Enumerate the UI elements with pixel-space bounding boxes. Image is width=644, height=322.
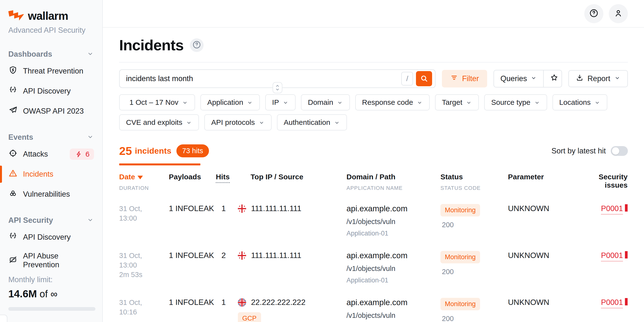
report-button[interactable]: Report xyxy=(568,70,628,87)
column-label: Payloads xyxy=(169,173,201,181)
chip-label: Application xyxy=(207,98,243,107)
security-issue-link[interactable]: P0001 xyxy=(601,298,623,308)
sidebar-item-api-abuse-prevention[interactable]: API Abuse Prevention xyxy=(0,247,102,274)
column-sublabel: STATUS CODE xyxy=(440,185,508,191)
incident-count: 25 xyxy=(119,144,132,158)
brand-subtitle: Advanced API Security xyxy=(8,26,94,35)
sidebar-item-label: API Abuse Prevention xyxy=(23,252,94,269)
nav-section-title: Events xyxy=(8,133,33,142)
filter-chip-cve-and-exploits[interactable]: CVE and exploits xyxy=(119,114,199,131)
nav-section: API Security API DiscoveryAPI Abuse Prev… xyxy=(0,216,102,275)
brand-name: wallarm xyxy=(28,9,68,22)
page-help-button[interactable] xyxy=(190,38,204,52)
sidebar-item-threat-prevention[interactable]: Threat Prevention xyxy=(0,61,102,81)
table-row[interactable]: 31 Oct,13:002m 53s 1 INFOLEAK 2 111.111.… xyxy=(119,245,628,292)
cell-top-ip-source: 22.222.222.222 GCP xyxy=(238,298,346,322)
cell-payloads: 1 INFOLEAK xyxy=(169,251,216,284)
security-issue-link[interactable]: P0001 xyxy=(601,251,623,261)
chevron-down-icon xyxy=(186,119,192,126)
sidebar-item-label: Vulnerabilities xyxy=(23,190,70,199)
chip-label: 1 Oct – 17 Nov xyxy=(130,98,178,107)
status-code: 200 xyxy=(440,221,508,229)
nav-section-header-api-security[interactable]: API Security xyxy=(0,216,102,225)
filter-chip-source-type[interactable]: Source type xyxy=(484,94,547,110)
table-row[interactable]: 31 Oct,10:16 1 INFOLEAK 1 22.222.222.222… xyxy=(119,292,628,322)
cell-hits: 1 xyxy=(216,204,238,237)
sidebar-nav: Dashboards Threat PreventionAPI Discover… xyxy=(0,50,102,275)
column-sublabel: DURATION xyxy=(119,185,169,191)
incident-count-unit: incidents xyxy=(135,146,171,156)
application-name: Application-01 xyxy=(346,277,440,284)
status-code: 200 xyxy=(440,315,508,322)
column-header-status: StatusSTATUS CODE xyxy=(440,173,508,191)
nav-section-header-dashboards[interactable]: Dashboards xyxy=(0,50,102,59)
issue-severity-bar xyxy=(625,204,628,212)
table-row[interactable]: 31 Oct,13:00 1 INFOLEAK 1 111.111.11.111… xyxy=(119,198,628,245)
favorite-query-button[interactable] xyxy=(543,70,562,87)
cell-payloads: 1 INFOLEAK xyxy=(169,298,216,322)
filter-chip-response-code[interactable]: Response code xyxy=(355,94,430,110)
column-header-date[interactable]: DateDURATION xyxy=(119,173,169,191)
path: /v1/objects/vuln xyxy=(346,265,440,273)
filter-chip-locations[interactable]: Locations xyxy=(552,94,607,110)
column-label: Status xyxy=(440,173,463,181)
column-header-top-ip-source: Top IP / Source xyxy=(238,173,346,191)
table-body: 31 Oct,13:00 1 INFOLEAK 1 111.111.11.111… xyxy=(119,198,628,322)
path: /v1/objects/vuln xyxy=(346,312,440,320)
search-expand-handle[interactable] xyxy=(272,82,282,93)
filter-button[interactable]: Filter xyxy=(442,70,487,87)
filter-chip-1-oct-17-nov[interactable]: 1 Oct – 17 Nov xyxy=(119,94,195,110)
sort-by-latest-hit-toggle[interactable] xyxy=(611,146,628,156)
filter-chip-application[interactable]: Application xyxy=(200,94,260,110)
sidebar-item-label: Threat Prevention xyxy=(23,67,83,75)
chip-label: Source type xyxy=(491,98,530,107)
sidebar-item-api-discovery[interactable]: API Discovery xyxy=(0,81,102,101)
monthly-limit-label: Monthly limit: xyxy=(8,275,94,284)
chip-label: Target xyxy=(442,98,462,107)
cell-status: Monitoring 200 xyxy=(440,251,508,284)
nav-section-header-events[interactable]: Events xyxy=(0,133,102,142)
sidebar-item-attacks[interactable]: Attacks6 xyxy=(0,144,102,164)
chip-label: Domain xyxy=(308,98,333,107)
user-menu-button[interactable] xyxy=(609,4,628,23)
filter-chips-row1: 1 Oct – 17 NovApplicationIPDomainRespons… xyxy=(119,94,628,110)
search-input[interactable] xyxy=(126,74,401,83)
sidebar-item-vulnerabilities[interactable]: Vulnerabilities xyxy=(0,184,102,204)
domain: api.example.com xyxy=(346,204,440,213)
issue-severity-bar xyxy=(625,251,628,259)
filter-chip-target[interactable]: Target xyxy=(435,94,479,110)
sidebar-item-api-specifications[interactable]: API Specifications xyxy=(0,274,102,275)
filter-lines-icon xyxy=(450,74,458,84)
attacks-count: 6 xyxy=(86,150,90,158)
search-button[interactable] xyxy=(416,71,432,86)
chevron-down-icon xyxy=(534,99,540,106)
uk-flag-icon xyxy=(238,298,246,307)
cell-status: Monitoring 200 xyxy=(440,298,508,322)
georgia-flag-icon xyxy=(238,204,246,213)
nav-section: Events Attacks6IncidentsVulnerabilities xyxy=(0,133,102,204)
filter-chip-ip[interactable]: IP xyxy=(265,94,296,110)
cell-top-ip-source: 111.111.11.111 xyxy=(238,251,346,284)
security-issue-link[interactable]: P0001 xyxy=(601,204,623,214)
sidebar-collapse-button[interactable] xyxy=(0,315,7,322)
chevron-down-icon xyxy=(282,99,289,106)
table-header: DateDURATIONPayloadsHitsTop IP / SourceD… xyxy=(119,173,628,198)
filter-chip-api-protocols[interactable]: API protocols xyxy=(204,114,271,131)
filter-chip-authentication[interactable]: Authentication xyxy=(277,114,347,131)
column-header-payloads: Payloads xyxy=(169,173,216,191)
chevron-down-icon xyxy=(258,119,265,126)
topbar xyxy=(103,0,644,28)
page-head: Incidents xyxy=(119,28,628,63)
filter-chip-domain[interactable]: Domain xyxy=(301,94,350,110)
braces-check-icon xyxy=(8,232,18,243)
nav-section: Dashboards Threat PreventionAPI Discover… xyxy=(0,50,102,121)
help-button[interactable] xyxy=(584,4,604,23)
sidebar-item-incidents[interactable]: Incidents xyxy=(0,164,102,184)
sidebar-item-api-discovery[interactable]: API Discovery xyxy=(0,227,102,247)
sidebar-item-label: Incidents xyxy=(23,170,53,178)
status-badge: Monitoring xyxy=(440,204,480,216)
sidebar-item-owasp-api-2023[interactable]: OWASP API 2023 xyxy=(0,101,102,121)
queries-dropdown[interactable]: Queries xyxy=(494,70,543,87)
cell-domain-path: api.example.com /v1/objects/vuln Applica… xyxy=(346,298,440,322)
column-header-hits[interactable]: Hits xyxy=(216,173,238,191)
